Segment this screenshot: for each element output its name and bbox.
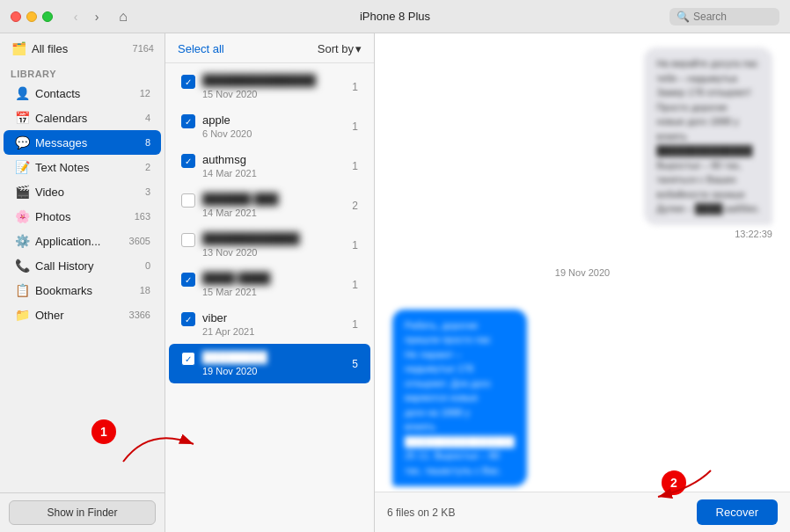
sidebar-item-applications[interactable]: ⚙️ Application... 3605 bbox=[4, 229, 161, 253]
library-section-label: Library bbox=[0, 63, 165, 81]
textnotes-count: 2 bbox=[145, 162, 150, 172]
sidebar-item-callhistory[interactable]: 📞 Call History 0 bbox=[4, 253, 161, 278]
list-item[interactable]: ████ ████ 15 Mar 2021 1 bbox=[169, 265, 370, 304]
file-checkbox[interactable] bbox=[181, 154, 195, 168]
list-item[interactable]: authmsg 14 Mar 2021 1 bbox=[169, 146, 370, 186]
file-count: 1 bbox=[352, 120, 358, 133]
list-item[interactable]: ██████████████ 15 Nov 2020 1 bbox=[169, 67, 370, 106]
show-in-finder-button[interactable]: Show in Finder bbox=[9, 500, 156, 525]
file-count: 1 bbox=[352, 81, 358, 93]
back-arrow[interactable]: ‹ bbox=[67, 8, 84, 26]
file-date: 15 Mar 2021 bbox=[202, 287, 345, 297]
chat-time-1: 13:22:39 bbox=[644, 229, 772, 239]
list-item[interactable]: viber 21 Apr 2021 1 bbox=[169, 304, 370, 344]
calendars-count: 4 bbox=[145, 113, 150, 123]
sidebar-item-other[interactable]: 📁 Other 3366 bbox=[4, 302, 161, 327]
other-count: 3366 bbox=[129, 310, 150, 320]
preview-panel: На вирайте досуга пас тебя – надымутьа З… bbox=[375, 33, 790, 532]
list-item-selected[interactable]: ████████ 19 Nov 2020 5 bbox=[169, 344, 370, 383]
messages-count: 8 bbox=[145, 137, 150, 148]
file-checkbox[interactable] bbox=[181, 193, 195, 208]
callhistory-count: 0 bbox=[145, 260, 150, 271]
callhistory-label: Call History bbox=[35, 259, 93, 273]
search-input[interactable] bbox=[693, 11, 772, 23]
textnotes-icon: 📝 bbox=[14, 159, 30, 175]
sidebar-item-bookmarks[interactable]: 📋 Bookmarks 18 bbox=[4, 278, 161, 302]
titlebar: ‹ › ⌂ iPhone 8 Plus 🔍 bbox=[0, 0, 790, 33]
file-count: 1 bbox=[352, 160, 358, 172]
home-button[interactable]: ⌂ bbox=[113, 6, 134, 27]
file-checkbox[interactable] bbox=[181, 75, 195, 89]
callhistory-icon: 📞 bbox=[14, 258, 30, 273]
file-name: ██████ ███ bbox=[202, 193, 345, 206]
list-item[interactable]: apple 6 Nov 2020 1 bbox=[169, 106, 370, 146]
search-box[interactable]: 🔍 bbox=[669, 8, 779, 26]
file-checkbox[interactable] bbox=[181, 233, 195, 247]
sidebar-footer: Show in Finder bbox=[0, 492, 165, 532]
list-item[interactable]: ██████ ███ 14 Mar 2021 2 bbox=[169, 186, 370, 225]
bookmarks-icon: 📋 bbox=[14, 282, 30, 298]
sidebar-item-textnotes[interactable]: 📝 Text Notes 2 bbox=[4, 155, 161, 179]
contacts-label: Contacts bbox=[35, 87, 80, 100]
messages-icon: 💬 bbox=[14, 135, 30, 150]
sidebar-item-photos[interactable]: 🌸 Photos 163 bbox=[4, 204, 161, 229]
sidebar-item-allfiles[interactable]: 🗂️ All files 7164 bbox=[0, 33, 165, 63]
step-badge-1: 1 bbox=[91, 419, 116, 444]
applications-label: Application... bbox=[35, 235, 100, 248]
file-name: authmsg bbox=[202, 153, 345, 166]
file-name: viber bbox=[202, 311, 345, 324]
other-label: Other bbox=[35, 309, 64, 322]
file-checkbox[interactable] bbox=[181, 273, 195, 287]
files-info: 6 files on 2 KB bbox=[387, 506, 455, 519]
file-name: ████████ bbox=[202, 351, 345, 364]
applications-count: 3605 bbox=[129, 236, 150, 246]
file-name: ████████████ bbox=[202, 232, 345, 245]
file-count: 5 bbox=[352, 358, 358, 370]
chat-bubble-incoming: На вирайте досуга пас тебя – надымутьа З… bbox=[644, 47, 772, 225]
file-list-header: Select all Sort by ▾ bbox=[165, 33, 374, 63]
file-date: 6 Nov 2020 bbox=[202, 128, 345, 139]
messages-label: Messages bbox=[35, 136, 87, 149]
photos-count: 163 bbox=[135, 211, 150, 222]
calendars-icon: 📅 bbox=[14, 110, 30, 126]
file-date: 15 Nov 2020 bbox=[202, 89, 345, 99]
step-badge-2: 2 bbox=[662, 470, 686, 495]
recover-button[interactable]: Recover bbox=[697, 499, 778, 525]
file-count: 1 bbox=[352, 318, 358, 331]
other-icon: 📁 bbox=[14, 307, 30, 323]
video-label: Video bbox=[35, 186, 64, 199]
allfiles-label: All files bbox=[32, 42, 68, 55]
contacts-count: 12 bbox=[140, 88, 150, 98]
file-date: 19 Nov 2020 bbox=[202, 366, 345, 376]
file-date: 14 Mar 2021 bbox=[202, 168, 345, 179]
file-date: 14 Mar 2021 bbox=[202, 208, 345, 218]
file-count: 1 bbox=[352, 239, 358, 251]
close-button[interactable] bbox=[11, 11, 21, 22]
file-count: 1 bbox=[352, 279, 358, 291]
sidebar-item-messages[interactable]: 💬 Messages 8 bbox=[4, 130, 161, 155]
traffic-lights bbox=[11, 11, 53, 22]
sort-by-button[interactable]: Sort by ▾ bbox=[318, 42, 362, 55]
calendars-label: Calendars bbox=[35, 112, 87, 125]
select-all-button[interactable]: Select all bbox=[178, 42, 224, 55]
sidebar-item-contacts[interactable]: 👤 Contacts 12 bbox=[4, 81, 161, 106]
sidebar-item-calendars[interactable]: 📅 Calendars 4 bbox=[4, 106, 161, 130]
photos-label: Photos bbox=[35, 210, 70, 223]
preview-footer: 6 files on 2 KB Recover bbox=[375, 492, 790, 532]
maximize-button[interactable] bbox=[42, 11, 53, 22]
file-checkbox[interactable] bbox=[181, 352, 195, 366]
forward-arrow[interactable]: › bbox=[88, 8, 106, 26]
list-item[interactable]: ████████████ 13 Nov 2020 1 bbox=[169, 225, 370, 265]
file-checkbox[interactable] bbox=[181, 312, 195, 326]
preview-scroll: На вирайте досуга пас тебя – надымутьа З… bbox=[375, 33, 790, 492]
file-checkbox[interactable] bbox=[181, 114, 195, 128]
contacts-icon: 👤 bbox=[14, 85, 30, 101]
chat-date-divider: 19 Nov 2020 bbox=[392, 267, 772, 278]
search-icon: 🔍 bbox=[677, 11, 690, 23]
bookmarks-count: 18 bbox=[140, 285, 150, 295]
nav-arrows: ‹ › bbox=[67, 8, 106, 26]
sidebar-item-video[interactable]: 🎬 Video 3 bbox=[4, 179, 161, 204]
video-count: 3 bbox=[145, 186, 150, 197]
allfiles-count: 7164 bbox=[133, 43, 154, 54]
minimize-button[interactable] bbox=[26, 11, 37, 22]
